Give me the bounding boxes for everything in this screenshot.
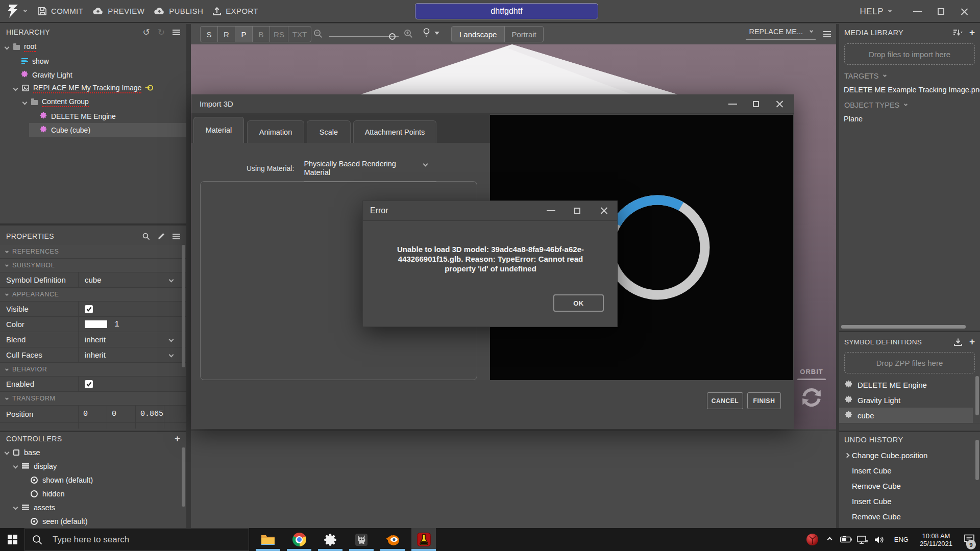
taskbar-app-zapworks[interactable] [411, 528, 436, 551]
mode-rotate-button[interactable]: R [218, 27, 235, 42]
hierarchy-item-content-group[interactable]: Content Group [0, 95, 186, 109]
mode-b-button[interactable]: B [253, 27, 270, 42]
target-item-tracking-image[interactable]: DELETE ME Example Tracking Image.png.zpt [839, 86, 980, 94]
undo-item-remove-cube-2[interactable]: Remove Cube [839, 509, 980, 524]
expand-chevron-icon[interactable] [13, 86, 18, 91]
taskbar-app-blender[interactable] [380, 528, 405, 551]
zoom-slider[interactable] [329, 36, 399, 37]
color-alpha-value[interactable]: 1 [114, 320, 119, 329]
radio-on-icon[interactable] [31, 518, 38, 525]
landscape-button[interactable]: Landscape [452, 27, 505, 42]
tray-notifications[interactable]: 9 [958, 528, 980, 551]
mode-txt-button[interactable]: TXT [288, 27, 311, 42]
dialog-close-button[interactable] [768, 94, 791, 114]
expand-chevron-icon[interactable] [5, 45, 10, 50]
mode-position-button[interactable]: P [235, 27, 253, 42]
expand-chevron-icon[interactable] [13, 505, 18, 510]
controller-item-base[interactable]: base [0, 445, 186, 459]
dialog-close-button[interactable] [591, 201, 617, 221]
tray-zappar-icon[interactable] [803, 528, 822, 551]
taskbar-app-file-explorer[interactable] [256, 528, 280, 551]
undo-icon[interactable]: ↺ [143, 28, 150, 37]
zoom-out-icon[interactable] [313, 29, 323, 40]
lighting-dropdown[interactable] [423, 28, 439, 38]
controller-state-seen[interactable]: seen (default) [0, 514, 186, 528]
dialog-maximize-button[interactable] [564, 201, 591, 221]
zoom-in-icon[interactable] [404, 29, 413, 40]
add-symbol-icon[interactable]: + [969, 338, 975, 345]
tray-clock[interactable]: 10:08 AM 25/11/2021 [915, 528, 958, 551]
symbol-item-cube[interactable]: cube [839, 408, 973, 423]
properties-scrollbar[interactable] [182, 245, 185, 367]
controller-state-shown[interactable]: shown (default) [0, 473, 186, 487]
start-button[interactable] [0, 528, 24, 551]
cancel-button[interactable]: CANCEL [707, 392, 743, 409]
tab-scale[interactable]: Scale [307, 120, 351, 143]
section-subsymbol[interactable]: SUBSYMBOL [0, 259, 186, 272]
position-y-field[interactable]: 0 [107, 406, 136, 422]
add-controller-icon[interactable]: + [175, 435, 180, 442]
blend-dropdown[interactable]: inherit [79, 332, 186, 347]
properties-menu-icon[interactable] [173, 234, 180, 239]
taskbar-app-chrome[interactable] [287, 528, 311, 551]
section-behavior[interactable]: BEHAVIOR [0, 363, 186, 377]
material-dropdown[interactable]: Physically Based Rendering Material [304, 160, 436, 182]
tray-network-icon[interactable] [854, 528, 871, 551]
radio-on-icon[interactable] [31, 477, 38, 484]
project-title-field[interactable]: dhtfgdhtf [415, 3, 598, 19]
controller-state-hidden[interactable]: hidden [0, 487, 186, 500]
symbol-definition-dropdown[interactable]: cube [79, 272, 186, 287]
import-dialog-titlebar[interactable]: Import 3D [191, 94, 794, 114]
undo-item-insert-cube-2[interactable]: Insert Cube [839, 493, 980, 509]
enabled-checkbox[interactable] [85, 380, 93, 388]
expand-chevron-icon[interactable] [22, 100, 28, 105]
orbit-control[interactable]: ORBIT [797, 368, 826, 412]
targets-section-header[interactable]: TARGETS [839, 72, 980, 80]
mode-scale-button[interactable]: S [201, 27, 218, 42]
import-download-icon[interactable] [954, 338, 962, 346]
symbol-definitions-scrollbar[interactable] [975, 376, 979, 415]
section-references[interactable]: REFERENCES [0, 245, 186, 259]
hierarchy-item-gravity-light[interactable]: Gravity Light [0, 68, 186, 82]
publish-button[interactable]: PUBLISH [154, 7, 203, 15]
viewport-menu-icon[interactable] [823, 31, 831, 37]
radio-off-icon[interactable] [31, 490, 38, 497]
expand-chevron-icon[interactable] [13, 464, 18, 469]
tab-animation[interactable]: Animation [247, 120, 304, 143]
panel-divider[interactable] [186, 24, 191, 528]
visible-checkbox[interactable] [85, 305, 93, 313]
tab-attachment-points[interactable]: Attachment Points [353, 120, 436, 143]
position-x-field[interactable]: 0 [79, 406, 107, 422]
object-types-section-header[interactable]: OBJECT TYPES [839, 101, 980, 109]
tray-volume-icon[interactable] [871, 528, 888, 551]
color-swatch[interactable] [85, 320, 107, 328]
error-dialog-titlebar[interactable]: Error [363, 201, 617, 221]
controller-item-assets[interactable]: assets [0, 500, 186, 514]
dialog-minimize-button[interactable] [721, 94, 744, 114]
redo-icon[interactable]: ↻ [158, 28, 165, 37]
preview-button[interactable]: PREVIEW [93, 7, 144, 15]
add-media-icon[interactable]: + [969, 29, 975, 36]
tracking-target-dropdown[interactable]: REPLACE ME... [746, 28, 816, 40]
zpp-dropzone[interactable]: Drop ZPP files here [844, 352, 975, 373]
dialog-maximize-button[interactable] [744, 94, 768, 114]
hierarchy-item-engine[interactable]: DELETE ME Engine [0, 109, 186, 123]
mode-rs-button[interactable]: RS [270, 27, 288, 42]
hierarchy-item-root[interactable]: root [0, 40, 186, 54]
ok-button[interactable]: OK [553, 294, 604, 312]
window-maximize-button[interactable] [929, 0, 952, 23]
zoom-slider-knob[interactable] [389, 33, 396, 40]
section-transform[interactable]: TRANSFORM [0, 392, 186, 406]
object-type-item-plane[interactable]: Plane [839, 115, 980, 123]
media-horizontal-scrollbar[interactable] [841, 325, 966, 329]
app-logo-menu[interactable] [7, 4, 27, 18]
hierarchy-item-cube[interactable]: Cube (cube) [0, 123, 186, 137]
dialog-minimize-button[interactable] [537, 201, 564, 221]
edit-pencil-icon[interactable] [158, 233, 165, 240]
help-menu[interactable]: HELP [860, 7, 891, 17]
jump-to-target-icon[interactable] [145, 84, 154, 93]
taskbar-app-settings[interactable] [318, 528, 342, 551]
controller-item-display[interactable]: display [0, 459, 186, 473]
symbol-item-engine[interactable]: DELETE ME Engine [839, 377, 980, 392]
window-minimize-button[interactable] [905, 0, 929, 23]
